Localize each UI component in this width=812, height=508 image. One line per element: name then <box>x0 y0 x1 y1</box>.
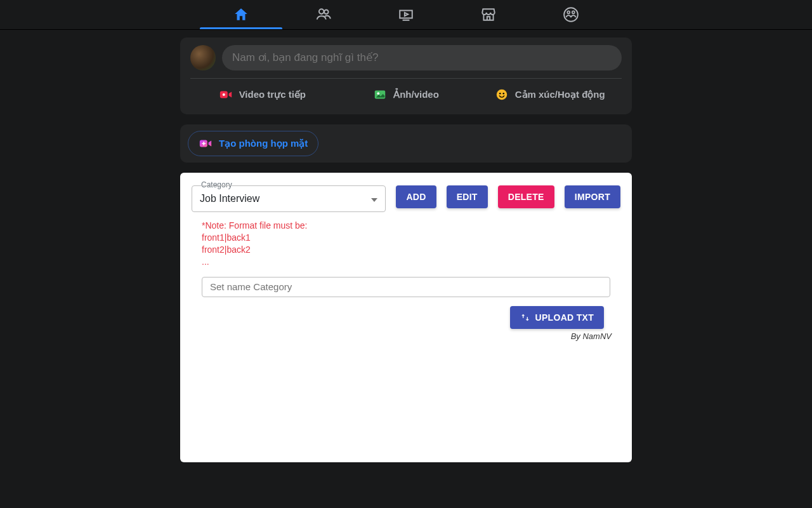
edit-button[interactable]: EDIT <box>447 185 488 208</box>
room-camera-icon <box>199 137 213 150</box>
photo-icon <box>373 88 387 102</box>
svg-point-2 <box>222 93 225 96</box>
add-button[interactable]: ADD <box>396 185 436 208</box>
composer-input[interactable] <box>222 45 622 70</box>
import-button[interactable]: IMPORT <box>565 185 620 208</box>
composer-photo-button[interactable]: Ảnh/video <box>334 83 478 107</box>
svg-point-7 <box>502 93 504 95</box>
composer-feeling-button[interactable]: Cảm xúc/Hoạt động <box>478 83 622 107</box>
nav-watch[interactable] <box>365 0 447 29</box>
upload-icon <box>520 312 530 323</box>
create-room-label: Tạo phòng họp mặt <box>219 138 308 149</box>
category-select[interactable]: Category Job Interview <box>192 185 386 212</box>
svg-point-4 <box>377 92 380 95</box>
video-icon <box>219 88 233 102</box>
svg-point-0 <box>564 8 578 22</box>
avatar[interactable] <box>190 45 216 70</box>
svg-point-5 <box>496 90 507 100</box>
category-select-value: Job Interview <box>200 193 259 204</box>
groups-icon <box>563 6 579 23</box>
nav-friends[interactable] <box>282 0 365 29</box>
create-room-button[interactable]: Tạo phòng họp mặt <box>188 131 318 156</box>
divider <box>190 78 622 79</box>
nav-home[interactable] <box>200 0 282 29</box>
home-icon <box>233 6 249 23</box>
feeling-icon <box>495 88 509 102</box>
svg-point-6 <box>499 93 501 95</box>
composer-live-label: Video trực tiếp <box>239 89 306 100</box>
top-nav <box>0 0 812 30</box>
nav-groups[interactable] <box>530 0 612 29</box>
marketplace-icon <box>480 6 497 23</box>
delete-button[interactable]: DELETE <box>498 185 554 208</box>
byline: By NamNV <box>192 331 620 341</box>
category-name-input[interactable] <box>202 277 610 297</box>
composer-card: Video trực tiếp Ảnh/video Cảm xúc/Hoạt đ… <box>180 37 632 114</box>
watch-icon <box>398 6 414 23</box>
upload-txt-button[interactable]: UPLOAD TXT <box>510 306 604 329</box>
composer-photo-label: Ảnh/video <box>393 89 439 100</box>
category-card: Category Job Interview ADD EDIT DELETE I… <box>180 173 632 462</box>
chevron-down-icon <box>371 193 377 204</box>
composer-feeling-label: Cảm xúc/Hoạt động <box>515 89 605 100</box>
friends-icon <box>315 6 332 23</box>
composer-live-button[interactable]: Video trực tiếp <box>190 83 334 107</box>
nav-marketplace[interactable] <box>447 0 530 29</box>
room-card: Tạo phòng họp mặt <box>180 124 632 163</box>
upload-txt-label: UPLOAD TXT <box>535 312 594 323</box>
feed-column: Video trực tiếp Ảnh/video Cảm xúc/Hoạt đ… <box>180 37 632 462</box>
format-note: *Note: Format file must be: front1|back1… <box>202 220 620 268</box>
